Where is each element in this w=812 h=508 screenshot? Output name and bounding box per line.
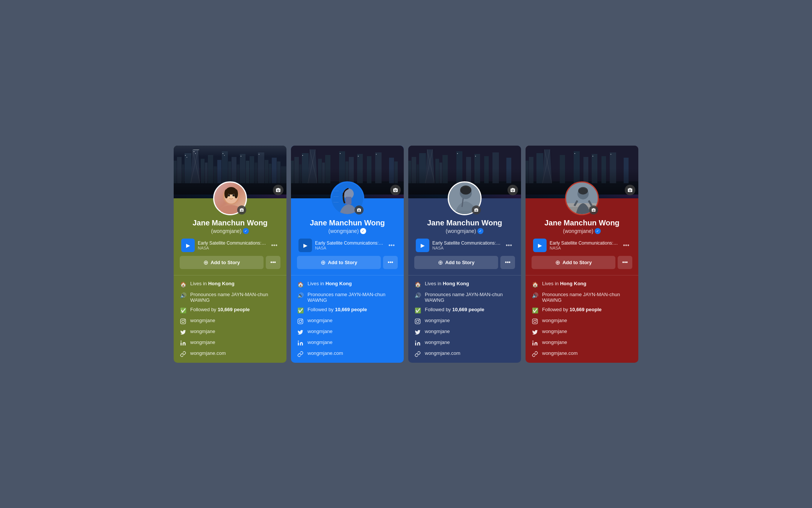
svg-rect-90	[408, 161, 411, 183]
svg-rect-57	[299, 164, 301, 183]
twitter-icon-1	[180, 329, 186, 336]
twitter-icon-3	[414, 329, 421, 336]
add-to-story-button-3[interactable]: ⊕ Add to Story	[414, 256, 498, 269]
avatar-camera-button-2[interactable]	[354, 205, 364, 214]
svg-rect-106	[457, 153, 458, 154]
followers-icon-4: ✅	[532, 307, 538, 314]
svg-rect-119	[529, 157, 533, 183]
add-story-plus-icon-3: ⊕	[438, 259, 443, 266]
linkedin-text-2: wongmjane	[308, 339, 333, 345]
svg-rect-14	[214, 166, 217, 183]
activity-thumbnail-1: ▶	[181, 239, 195, 252]
twitter-text-4: wongmjane	[542, 329, 567, 334]
svg-rect-13	[208, 155, 213, 183]
location-item-3: 🏠 Lives in Hong Kong	[414, 281, 515, 288]
verified-badge-1: ✓	[243, 228, 249, 234]
username-row-3: (wongmjane) ✓	[446, 228, 484, 234]
svg-rect-128	[601, 156, 606, 183]
svg-rect-74	[340, 153, 341, 154]
pronounce-item-3: 🔊 Pronounces name JAYN-MAN-chun WAWNG	[414, 292, 515, 303]
audio-icon-1: 🔊	[180, 292, 186, 299]
username-4: (wongmjane)	[563, 228, 594, 234]
activity-row-1: ▶ Early Satellite Communications: Proj..…	[180, 239, 280, 252]
linkedin-icon-3	[414, 340, 421, 347]
followers-text-4: Followed by 10,669 people	[542, 307, 601, 312]
activity-source-3: NASA	[432, 246, 501, 250]
link-icon-1	[180, 351, 186, 357]
activity-info-3: Early Satellite Communications: Proj... …	[432, 240, 501, 250]
location-item-2: 🏠 Lives in Hong Kong	[297, 281, 398, 288]
website-text-4: wongmjane.com	[542, 350, 578, 356]
svg-rect-69	[367, 156, 371, 183]
username-3: (wongmjane)	[446, 228, 476, 234]
svg-point-115	[415, 341, 416, 342]
svg-rect-31	[186, 157, 187, 158]
activity-title-3: Early Satellite Communications: Proj...	[432, 240, 501, 246]
pronounce-text-3: Pronounces name JAYN-MAN-chun WAWNG	[425, 292, 515, 303]
twitter-item-2: wongmjane	[297, 329, 398, 336]
svg-rect-73	[302, 155, 303, 156]
username-row-1: (wongmjane) ✓	[211, 228, 249, 234]
username-row-2: (wongmjane) ✓	[329, 228, 367, 234]
avatar-camera-button-4[interactable]	[589, 205, 598, 214]
activity-more-3[interactable]: •••	[504, 240, 514, 250]
info-section-4: 🏠 Lives in Hong Kong 🔊 Pronounces name J…	[526, 275, 638, 363]
svg-point-45	[228, 194, 230, 196]
svg-point-113	[417, 320, 419, 322]
more-options-button-4[interactable]: •••	[618, 256, 632, 269]
profile-section-2: ~~~ ~~~ ~~~ Jane Manchun Wong (wongmjane…	[291, 181, 404, 275]
more-options-button-3[interactable]: •••	[500, 256, 515, 269]
profile-section-4: Jane Manchun Wong (wongmjane) ✓ ▶ Early …	[526, 181, 638, 275]
instagram-text-2: wongmjane	[308, 318, 333, 323]
more-options-button-2[interactable]: •••	[383, 256, 398, 269]
activity-more-1[interactable]: •••	[270, 240, 279, 250]
location-text-3: Lives in Hong Kong	[425, 281, 469, 286]
activity-source-1: NASA	[198, 246, 267, 250]
svg-rect-107	[475, 156, 476, 157]
avatar-wrapper-4	[565, 181, 599, 215]
add-to-story-button-1[interactable]: ⊕ Add to Story	[180, 256, 264, 269]
add-to-story-button-2[interactable]: ⊕ Add to Story	[297, 256, 381, 269]
svg-rect-72	[394, 161, 398, 183]
profile-card-3: Jane Manchun Wong (wongmjane) ✓ ▶ Early …	[408, 146, 521, 363]
location-item-1: 🏠 Lives in Hong Kong	[180, 281, 280, 288]
followers-item-2: ✅ Followed by 10,669 people	[297, 307, 398, 314]
avatar-camera-button-3[interactable]	[472, 205, 481, 214]
svg-rect-22	[250, 156, 254, 183]
svg-rect-6	[185, 153, 191, 183]
svg-rect-5	[182, 164, 184, 183]
linkedin-text-3: wongmjane	[425, 339, 450, 345]
add-to-story-button-4[interactable]: ⊕ Add to Story	[532, 256, 615, 269]
svg-point-46	[233, 194, 235, 196]
activity-more-4[interactable]: •••	[621, 240, 631, 250]
avatar-camera-button-1[interactable]	[237, 205, 246, 214]
twitter-item-3: wongmjane	[414, 329, 515, 336]
svg-rect-28	[277, 161, 280, 183]
svg-rect-120	[536, 153, 543, 183]
activity-more-2[interactable]: •••	[387, 240, 396, 250]
linkedin-icon-1	[180, 340, 186, 347]
profile-card-4: Jane Manchun Wong (wongmjane) ✓ ▶ Early …	[526, 146, 638, 363]
website-text-2: wongmjane.com	[308, 350, 343, 356]
more-options-button-1[interactable]: •••	[266, 256, 280, 269]
cards-container: Jane Manchun Wong (wongmjane) ✓ ▶ Early …	[159, 131, 653, 378]
followers-text-3: Followed by 10,669 people	[425, 307, 484, 312]
svg-rect-68	[357, 154, 363, 183]
profile-name-2: Jane Manchun Wong	[310, 218, 385, 227]
profile-name-1: Jane Manchun Wong	[192, 218, 268, 227]
svg-point-138	[578, 187, 588, 195]
svg-rect-66	[345, 161, 348, 183]
svg-point-87	[298, 341, 299, 342]
svg-rect-105	[506, 158, 511, 183]
add-story-plus-icon-4: ⊕	[555, 259, 560, 266]
svg-point-85	[299, 320, 302, 322]
svg-point-142	[534, 320, 536, 322]
svg-rect-104	[492, 152, 499, 183]
instagram-text-3: wongmjane	[425, 318, 450, 323]
pronounce-text-1: Pronounces name JAYN-MAN-chun WAWNG	[190, 292, 280, 303]
svg-rect-133	[611, 154, 611, 155]
svg-point-44	[234, 189, 238, 198]
followers-text-2: Followed by 10,669 people	[308, 307, 367, 312]
svg-rect-118	[526, 161, 529, 183]
add-story-plus-icon-2: ⊕	[321, 259, 326, 266]
